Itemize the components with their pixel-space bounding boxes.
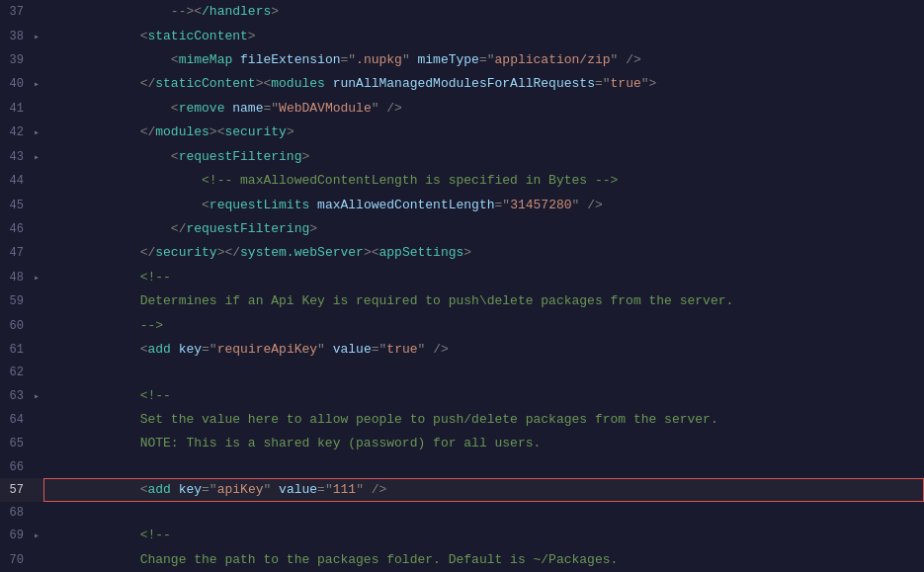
value: requireApiKey — [217, 342, 317, 357]
punct: =" — [372, 342, 387, 357]
punct: =" — [317, 482, 333, 497]
tag: add — [147, 342, 170, 357]
line-61: 61 ▸ <add key="requireApiKey" value="tru… — [0, 338, 924, 362]
line-65: 65 ▸ NOTE: This is a shared key (passwor… — [0, 432, 924, 455]
punct: " /> — [356, 482, 386, 497]
line-number: 44 — [0, 174, 30, 188]
tag: add — [147, 482, 170, 497]
line-57-highlighted: 57 ▸ <add key="apiKey" value="111" /> — [0, 478, 924, 502]
value: true — [386, 342, 417, 357]
comment: Change the path to the packages folder. … — [109, 552, 618, 567]
line-number: 47 — [0, 246, 30, 260]
line-number: 68 — [0, 506, 30, 520]
line-number: 62 — [0, 366, 30, 379]
punct: =" — [202, 342, 217, 357]
code-editor: 37 ▸ --></handlers> 38 ▸ <staticContent>… — [0, 0, 924, 572]
line-number: 45 — [0, 199, 30, 212]
line-number: 41 — [0, 102, 30, 116]
line-number: 60 — [0, 319, 30, 333]
attr: value — [279, 482, 317, 497]
line-number: 63 — [0, 389, 30, 403]
attr: value — [333, 342, 372, 357]
code-area: 37 ▸ --></handlers> 38 ▸ <staticContent>… — [0, 0, 924, 572]
line-number: 64 — [0, 413, 30, 427]
value: 111 — [333, 482, 356, 497]
line-number: 38 — [0, 30, 30, 43]
line-number: 48 — [0, 271, 30, 285]
attr: key — [179, 482, 202, 497]
line-70: 70 ▸ Change the path to the packages fol… — [0, 547, 924, 571]
fold-btn[interactable]: ▸ — [30, 389, 43, 403]
punct: " — [263, 482, 279, 497]
comment: NOTE: This is a shared key (password) fo… — [109, 436, 541, 450]
line-number: 43 — [0, 150, 30, 164]
line-number: 40 — [0, 77, 30, 91]
line-number: 65 — [0, 437, 30, 450]
fold-btn[interactable]: ▸ — [30, 125, 43, 139]
line-number: 37 — [0, 5, 30, 19]
punct: " — [317, 342, 333, 357]
line-number: 61 — [0, 343, 30, 357]
fold-btn[interactable]: ▸ — [30, 271, 43, 285]
attr: key — [179, 342, 202, 357]
line-number: 66 — [0, 460, 30, 474]
line-number: 69 — [0, 529, 30, 542]
punct: < — [109, 482, 147, 497]
fold-btn[interactable]: ▸ — [30, 77, 43, 91]
line-number: 59 — [0, 294, 30, 308]
punct: " /> — [418, 342, 449, 357]
attr-name — [171, 342, 179, 357]
fold-btn[interactable]: ▸ — [30, 30, 43, 43]
code-line-content: Change the path to the packages folder. … — [43, 528, 924, 572]
punct: < — [109, 342, 147, 357]
punct: =" — [202, 482, 217, 497]
line-number: 46 — [0, 222, 30, 236]
line-number: 70 — [0, 553, 30, 567]
line-number: 42 — [0, 125, 30, 139]
line-number: 57 — [0, 483, 30, 497]
value: apiKey — [217, 482, 264, 497]
fold-btn[interactable]: ▸ — [30, 529, 43, 542]
fold-btn[interactable]: ▸ — [30, 150, 43, 164]
line-number: 39 — [0, 53, 30, 67]
attr-name — [171, 482, 179, 497]
